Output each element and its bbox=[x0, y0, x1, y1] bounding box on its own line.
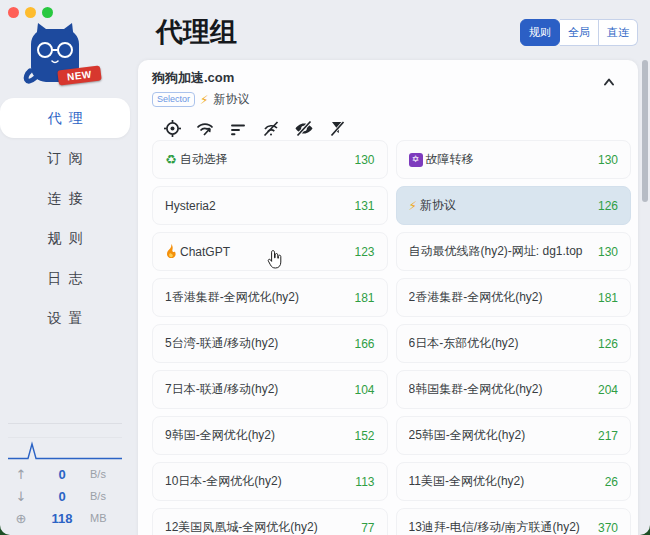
stat-unit: B/s bbox=[90, 468, 122, 480]
proxy-latency: 26 bbox=[605, 475, 618, 489]
bolt-icon: ⚡ bbox=[409, 200, 417, 212]
divider bbox=[8, 437, 122, 438]
proxy-item[interactable]: 9韩国-全网优化(hy2)152 bbox=[152, 416, 388, 455]
close-button[interactable] bbox=[8, 7, 19, 18]
proxy-name: ♻自动选择 bbox=[165, 151, 348, 168]
proxy-item[interactable]: 7日本-联通/移动(hy2)104 bbox=[152, 370, 388, 409]
proxy-latency: 130 bbox=[354, 153, 374, 167]
stat-row: ↑0B/s bbox=[8, 463, 122, 485]
mode-button-global[interactable]: 全局 bbox=[560, 19, 599, 46]
stat-rows: ↑0B/s↓0B/s⊕118MB bbox=[8, 463, 122, 529]
proxy-name: 11美国-全网优化(hy2) bbox=[409, 473, 599, 490]
proxy-name: 2香港集群-全网优化(hy2) bbox=[409, 289, 592, 306]
proxy-grid: ♻自动选择130✡故障转移130Hysteria2131⚡新协议126ChatG… bbox=[152, 140, 631, 535]
proxy-latency: 181 bbox=[598, 291, 618, 305]
proxy-latency: 217 bbox=[598, 429, 618, 443]
group-meta: Selector ⚡ 新协议 bbox=[152, 91, 249, 108]
proxy-latency: 370 bbox=[598, 521, 618, 535]
proxy-item[interactable]: ✡故障转移130 bbox=[396, 140, 632, 179]
star-icon: ✡ bbox=[409, 153, 423, 167]
sidebar-item-subscriptions[interactable]: 订阅 bbox=[0, 138, 130, 178]
sidebar-item-rules[interactable]: 规则 bbox=[0, 218, 130, 258]
proxy-name: 8韩国集群-全网优化(hy2) bbox=[409, 381, 592, 398]
maximize-button[interactable] bbox=[42, 7, 53, 18]
proxy-item[interactable]: 2香港集群-全网优化(hy2)181 bbox=[396, 278, 632, 317]
proxy-latency: 130 bbox=[598, 153, 618, 167]
locate-current-icon[interactable] bbox=[162, 118, 182, 138]
fire-icon bbox=[165, 244, 177, 260]
group-current-node: 新协议 bbox=[213, 91, 249, 108]
proxy-name: 7日本-联通/移动(hy2) bbox=[165, 381, 348, 398]
sidebar: NEW 代理订阅连接规则日志设置 ↑0B/s↓0B/s⊕118MB bbox=[0, 0, 130, 535]
proxy-latency: 77 bbox=[361, 521, 374, 535]
proxy-latency: 126 bbox=[598, 337, 618, 351]
sidebar-item-connections[interactable]: 连接 bbox=[0, 178, 130, 218]
stat-unit: B/s bbox=[90, 490, 122, 502]
group-toolbar bbox=[138, 108, 638, 138]
proxy-item[interactable]: 1香港集群-全网优化(hy2)181 bbox=[152, 278, 388, 317]
stat-row: ⊕118MB bbox=[8, 507, 122, 529]
page-title: 代理组 bbox=[156, 14, 237, 50]
stat-row: ↓0B/s bbox=[8, 485, 122, 507]
proxy-item[interactable]: 11美国-全网优化(hy2)26 bbox=[396, 462, 632, 501]
stat-value: 0 bbox=[34, 489, 90, 504]
proxy-latency: 204 bbox=[598, 383, 618, 397]
app-window: NEW 代理订阅连接规则日志设置 ↑0B/s↓0B/s⊕118MB 代理组 规则… bbox=[0, 0, 650, 535]
app-logo: NEW bbox=[22, 20, 108, 92]
proxy-name: ✡故障转移 bbox=[409, 151, 592, 168]
proxy-name: 自动最优线路(hy2)-网址: dg1.top bbox=[409, 243, 592, 260]
speed-test-icon[interactable] bbox=[195, 118, 215, 138]
proxy-name: 13迪拜-电信/移动/南方联通(hy2) bbox=[409, 519, 592, 535]
proxy-item[interactable]: 6日本-东部优化(hy2)126 bbox=[396, 324, 632, 363]
wifi-off-icon[interactable] bbox=[261, 118, 281, 138]
stat-value: 0 bbox=[34, 467, 90, 482]
main-header: 代理组 规则全局直连 bbox=[156, 14, 638, 50]
group-header[interactable]: 狗狗加速.com Selector ⚡ 新协议 bbox=[138, 60, 638, 108]
proxy-item[interactable]: 12美国凤凰城-全网优化(hy2)77 bbox=[152, 508, 388, 535]
proxy-name: 6日本-东部优化(hy2) bbox=[409, 335, 592, 352]
proxy-latency: 123 bbox=[354, 245, 374, 259]
proxy-item[interactable]: ⚡新协议126 bbox=[396, 186, 632, 225]
stat-unit: MB bbox=[90, 512, 122, 524]
proxy-item[interactable]: 8韩国集群-全网优化(hy2)204 bbox=[396, 370, 632, 409]
mode-button-rule[interactable]: 规则 bbox=[520, 19, 560, 46]
globe-icon: ⊕ bbox=[8, 511, 34, 526]
proxy-name: 12美国凤凰城-全网优化(hy2) bbox=[165, 519, 355, 535]
proxy-item[interactable]: Hysteria2131 bbox=[152, 186, 388, 225]
eye-off-icon[interactable] bbox=[294, 118, 314, 138]
sidebar-item-proxies[interactable]: 代理 bbox=[0, 98, 130, 138]
proxy-item[interactable]: 5台湾-联通/移动(hy2)166 bbox=[152, 324, 388, 363]
proxy-latency: 131 bbox=[354, 199, 374, 213]
scrollbar-thumb[interactable] bbox=[642, 60, 648, 202]
proxy-name: 5台湾-联通/移动(hy2) bbox=[165, 335, 348, 352]
proxy-latency: 166 bbox=[354, 337, 374, 351]
collapse-chevron-icon[interactable] bbox=[602, 75, 616, 108]
proxy-item[interactable]: 13迪拜-电信/移动/南方联通(hy2)370 bbox=[396, 508, 632, 535]
mode-button-direct[interactable]: 直连 bbox=[599, 19, 638, 46]
proxy-latency: 181 bbox=[354, 291, 374, 305]
up-arrow-icon: ↑ bbox=[8, 467, 34, 482]
proxy-group-card: 狗狗加速.com Selector ⚡ 新协议 bbox=[138, 60, 638, 535]
proxy-item[interactable]: ♻自动选择130 bbox=[152, 140, 388, 179]
window-controls bbox=[8, 7, 53, 18]
proxy-item[interactable]: ChatGPT123 bbox=[152, 232, 388, 271]
stat-value: 118 bbox=[34, 511, 90, 526]
proxy-name: ⚡新协议 bbox=[409, 197, 592, 214]
down-arrow-icon: ↓ bbox=[8, 489, 34, 504]
proxy-item[interactable]: 自动最优线路(hy2)-网址: dg1.top130 bbox=[396, 232, 632, 271]
sidebar-item-logs[interactable]: 日志 bbox=[0, 258, 130, 298]
sidebar-item-settings[interactable]: 设置 bbox=[0, 298, 130, 338]
proxy-name: 1香港集群-全网优化(hy2) bbox=[165, 289, 348, 306]
proxy-name: 25韩国-全网优化(hy2) bbox=[409, 427, 592, 444]
group-name: 狗狗加速.com bbox=[152, 69, 249, 87]
proxy-latency: 113 bbox=[355, 475, 374, 489]
filter-off-icon[interactable] bbox=[327, 118, 347, 138]
recycle-icon: ♻ bbox=[165, 153, 177, 166]
minimize-button[interactable] bbox=[25, 7, 36, 18]
proxy-item[interactable]: 10日本-全网优化(hy2)113 bbox=[152, 462, 388, 501]
bolt-icon: ⚡ bbox=[200, 94, 208, 106]
proxy-item[interactable]: 25韩国-全网优化(hy2)217 bbox=[396, 416, 632, 455]
sort-icon[interactable] bbox=[228, 118, 248, 138]
traffic-sparkline bbox=[8, 441, 122, 461]
traffic-stats: ↑0B/s↓0B/s⊕118MB bbox=[8, 423, 122, 529]
